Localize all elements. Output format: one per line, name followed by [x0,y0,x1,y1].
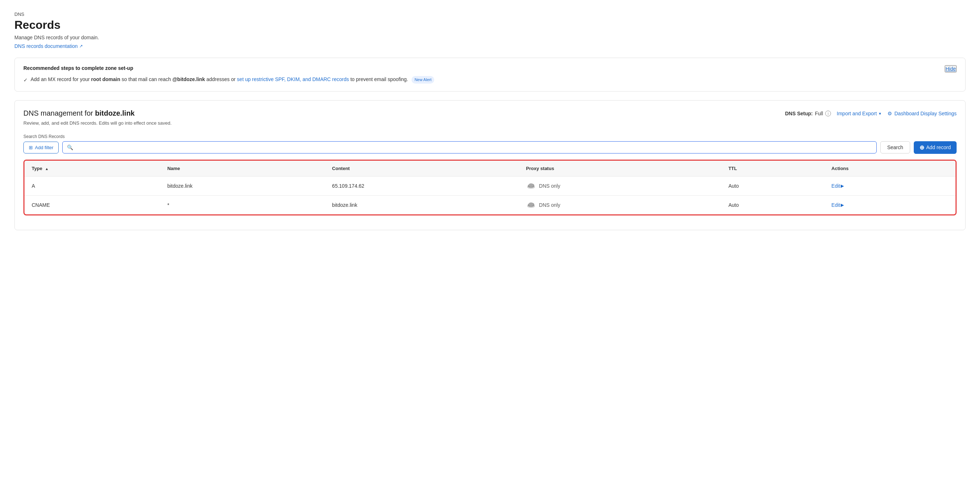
cloud-dns-icon [526,201,536,209]
col-ttl: TTL [721,161,824,177]
dns-table: Type ▲ Name Content Proxy status TTL Act… [24,161,956,214]
recommended-item: ✓ Add an MX record for your root domain … [24,75,956,84]
dashboard-settings-button[interactable]: ⚙ Dashboard Display Settings [888,111,956,117]
edit-arrow-icon: ▶ [841,203,844,207]
dns-management-heading: DNS management for bitdoze.link [24,109,172,118]
cell-content: 65.109.174.62 [325,176,519,195]
hide-button[interactable]: Hide [945,65,956,72]
chevron-down-icon: ▼ [878,112,882,116]
search-input[interactable] [76,144,872,150]
dns-setup-label: DNS Setup: [785,111,813,117]
edit-button[interactable]: Edit ▶ [831,183,844,189]
gear-icon: ⚙ [888,111,892,117]
filter-icon: ⊞ [29,145,33,150]
recommended-title: Recommended steps to complete zone set-u… [24,65,956,71]
cell-content: bitdoze.link [325,195,519,214]
cell-type: A [24,176,160,195]
table-header-row: Type ▲ Name Content Proxy status TTL Act… [24,161,956,177]
cell-ttl: Auto [721,176,824,195]
docs-link[interactable]: DNS records documentation ↗ [14,43,83,49]
page-subtitle: Manage DNS records of your domain. [14,35,966,40]
cell-ttl: Auto [721,195,824,214]
cell-actions: Edit ▶ [824,176,956,195]
col-content: Content [325,161,519,177]
add-record-button[interactable]: ⊕ Add record [914,141,956,154]
cell-name: bitdoze.link [160,176,325,195]
table-row: Abitdoze.link65.109.174.62 DNS only Auto… [24,176,956,195]
col-name: Name [160,161,325,177]
cloud-dns-icon [526,182,536,190]
recommended-box: Recommended steps to complete zone set-u… [14,57,966,91]
search-label: Search DNS Records [24,134,956,139]
external-link-icon: ↗ [79,44,83,49]
sort-icon: ▲ [45,167,49,171]
search-button[interactable]: Search [880,141,910,153]
import-export-button[interactable]: Import and Export ▼ [837,111,882,117]
add-filter-button[interactable]: ⊞ Add filter [24,142,59,153]
info-icon[interactable]: i [825,111,831,117]
cell-proxy-status: DNS only [519,195,721,214]
dns-setup-value: Full [815,111,823,117]
edit-button[interactable]: Edit ▶ [831,202,844,208]
dns-table-wrapper: Type ▲ Name Content Proxy status TTL Act… [24,160,956,215]
table-row: CNAME*bitdoze.link DNS only Auto Edit ▶ [24,195,956,214]
dns-management-box: DNS management for bitdoze.link Review, … [14,100,966,230]
svg-point-4 [528,184,534,187]
search-input-wrapper: 🔍 [62,141,877,153]
cell-proxy-status: DNS only [519,176,721,195]
page-label: DNS [14,11,966,17]
edit-arrow-icon: ▶ [841,184,844,188]
cell-type: CNAME [24,195,160,214]
svg-point-9 [528,203,534,206]
col-actions: Actions [824,161,956,177]
checkmark-icon: ✓ [24,76,28,84]
new-alert-badge: New Alert [412,76,434,84]
dns-management-left: DNS management for bitdoze.link Review, … [24,109,172,127]
search-icon: 🔍 [67,144,73,150]
proxy-status-text: DNS only [539,183,560,189]
cell-name: * [160,195,325,214]
col-type[interactable]: Type ▲ [24,161,160,177]
proxy-status-text: DNS only [539,202,560,208]
dns-management-right: DNS Setup: Full i Import and Export ▼ ⚙ … [785,111,956,117]
spf-link[interactable]: set up restrictive SPF, DKIM, and DMARC … [237,77,349,82]
plus-icon: ⊕ [920,144,924,151]
dns-management-description: Review, add, and edit DNS records. Edits… [24,120,172,127]
page-title: Records [14,18,966,32]
col-proxy-status: Proxy status [519,161,721,177]
cell-actions: Edit ▶ [824,195,956,214]
